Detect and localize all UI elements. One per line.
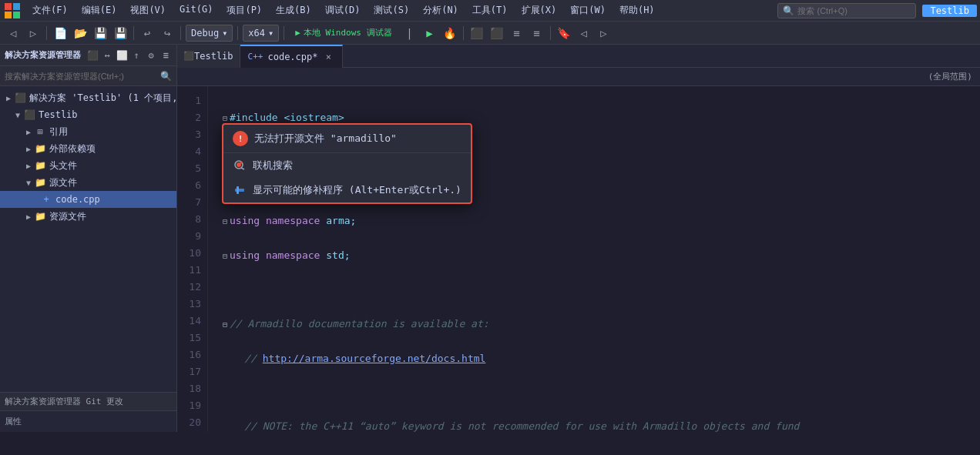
- tree-arrow-solution: ▶: [3, 92, 14, 103]
- debug-run-button[interactable]: ▶: [421, 25, 438, 42]
- save-button[interactable]: 💾: [92, 25, 109, 42]
- svg-line-9: [241, 168, 244, 169]
- properties-title: 属性: [5, 416, 22, 427]
- menu-file[interactable]: 文件(F): [26, 2, 74, 18]
- collapse-7: ⊟: [220, 316, 230, 333]
- project-indicator-icon: ⬛: [183, 51, 194, 61]
- svg-rect-0: [5, 3, 12, 10]
- new-file-button[interactable]: 📄: [52, 25, 69, 42]
- collapse-5[interactable]: ⊟: [220, 248, 230, 265]
- chevron-down-icon: ▾: [222, 28, 227, 38]
- forward-button[interactable]: ▷: [25, 25, 42, 42]
- menu-analyze[interactable]: 分析(N): [417, 2, 465, 18]
- layout-btn-1[interactable]: ⬛: [468, 25, 485, 42]
- error-text: 无法打开源文件 "armadillo": [254, 132, 397, 146]
- back-button[interactable]: ◁: [5, 25, 22, 42]
- menu-view[interactable]: 视图(V): [124, 2, 172, 18]
- online-search-item[interactable]: 联机搜索: [223, 153, 471, 178]
- sidebar-icon-2[interactable]: ↔: [101, 49, 113, 62]
- sidebar-search[interactable]: 🔍: [0, 66, 176, 86]
- code-cpp-label: code.cpp: [55, 194, 100, 205]
- ext-deps-icon: 📁: [34, 142, 46, 155]
- menu-extensions[interactable]: 扩展(X): [515, 2, 563, 18]
- tree-arrow-project: ▼: [12, 109, 23, 120]
- fix-label: 显示可能的修补程序 (Alt+Enter或Ctrl+.): [253, 183, 461, 197]
- sidebar-icon-1[interactable]: ⬛: [86, 49, 99, 62]
- save-all-button[interactable]: 💾: [112, 25, 129, 42]
- toolbar-separator-6: [463, 26, 464, 40]
- toolbar-separator-4: [237, 26, 238, 40]
- menu-build[interactable]: 生成(B): [270, 2, 317, 18]
- menu-window[interactable]: 窗口(W): [564, 2, 612, 18]
- chevron-down-icon-2: ▾: [268, 28, 274, 38]
- tree-arrow-refs: ▶: [23, 126, 34, 137]
- menu-git[interactable]: Git(G): [173, 2, 219, 18]
- stop-button[interactable]: 🔥: [441, 25, 458, 42]
- svg-rect-3: [13, 12, 20, 18]
- project-icon: ⬛: [23, 109, 35, 121]
- toolbar: ◁ ▷ 📄 📂 💾 💾 ↩ ↪ Debug ▾ x64 ▾ ▶ 本地 Windo…: [0, 22, 980, 45]
- menu-test[interactable]: 测试(S): [368, 2, 415, 18]
- tab-label: code.cpp*: [267, 52, 317, 62]
- menu-bar: 文件(F) 编辑(E) 视图(V) Git(G) 项目(P) 生成(B) 调试(…: [0, 0, 980, 22]
- svg-rect-2: [5, 12, 12, 18]
- breadcrumb-bar: (全局范围): [177, 68, 980, 86]
- code-editor: 1 2 3 4 5 6 7 8 9 10 11 12 13 14 15 16 1…: [177, 86, 980, 432]
- project-indicator: ⬛ Testlib: [177, 45, 240, 68]
- resource-files-icon: 📁: [34, 210, 46, 222]
- tree-solution[interactable]: ▶ ⬛ 解决方案 'Testlib' (1 个项目, 共 1 个): [0, 89, 176, 106]
- bookmark-button[interactable]: 🔖: [555, 25, 572, 42]
- sidebar-tree: ▶ ⬛ 解决方案 'Testlib' (1 个项目, 共 1 个) ▼ ⬛ Te…: [0, 86, 176, 392]
- debug-config-dropdown[interactable]: Debug ▾: [186, 25, 233, 42]
- layout-btn-2[interactable]: ⬛: [488, 25, 505, 42]
- open-button[interactable]: 📂: [72, 25, 89, 42]
- sidebar: 解决方案资源管理器 ⬛ ↔ ⬜ ↑ ⚙ ≡ 🔍 ▶ ⬛ 解决方案 'Testli…: [0, 45, 177, 432]
- tree-source-files[interactable]: ▼ 📁 源文件: [0, 174, 176, 191]
- svg-text:!: !: [238, 134, 243, 144]
- tree-resource-files[interactable]: ▶ 📁 资源文件: [0, 208, 176, 225]
- arch-dropdown[interactable]: x64 ▾: [243, 25, 279, 42]
- search-input[interactable]: [797, 6, 890, 15]
- svg-rect-1: [13, 3, 20, 10]
- run-button[interactable]: ▶ 本地 Windows 调试器: [289, 25, 398, 40]
- sidebar-icon-5[interactable]: ⚙: [145, 49, 157, 62]
- sidebar-icon-4[interactable]: ↑: [130, 49, 143, 62]
- search-icon-sidebar: 🔍: [160, 71, 172, 82]
- profile-button[interactable]: Testlib: [922, 5, 977, 17]
- undo-button[interactable]: ↩: [139, 25, 156, 42]
- tree-code-cpp[interactable]: + code.cpp: [0, 191, 176, 208]
- solution-label: 解决方案 'Testlib' (1 个项目, 共 1 个): [29, 92, 176, 105]
- sidebar-search-input[interactable]: [5, 72, 160, 81]
- menu-tools[interactable]: 工具(T): [466, 2, 514, 18]
- tab-close-button[interactable]: ×: [322, 51, 334, 63]
- menu-edit[interactable]: 编辑(E): [76, 2, 123, 18]
- nav-btn-2[interactable]: ▷: [596, 25, 612, 42]
- layout-btn-4[interactable]: ≡: [529, 25, 545, 42]
- menu-help[interactable]: 帮助(H): [613, 2, 661, 18]
- tree-headers[interactable]: ▶ 📁 头文件: [0, 157, 176, 174]
- collapse-4[interactable]: ⊟: [220, 213, 230, 230]
- tab-bar: ⬛ Testlib C++ code.cpp* ×: [177, 45, 980, 68]
- tree-project[interactable]: ▼ ⬛ Testlib: [0, 106, 176, 123]
- play-icon: ▶: [295, 28, 300, 38]
- redo-button[interactable]: ↪: [159, 25, 176, 42]
- nav-btn-1[interactable]: ◁: [576, 25, 592, 42]
- layout-btn-3[interactable]: ≡: [508, 25, 525, 42]
- fix-item[interactable]: 显示可能的修补程序 (Alt+Enter或Ctrl+.): [223, 178, 471, 202]
- error-popup: ! 无法打开源文件 "armadillo" 联机搜索: [222, 123, 472, 204]
- tab-code-cpp[interactable]: C++ code.cpp* ×: [240, 45, 344, 68]
- menu-project[interactable]: 项目(P): [220, 2, 268, 18]
- sidebar-icon-3[interactable]: ⬜: [116, 49, 128, 62]
- menu-search-box[interactable]: 🔍: [777, 3, 916, 18]
- tree-arrow-ext: ▶: [23, 143, 34, 154]
- solution-icon: ⬛: [14, 92, 26, 104]
- menu-debug[interactable]: 调试(D): [319, 2, 367, 18]
- source-files-label: 源文件: [49, 176, 77, 189]
- tree-ext-deps[interactable]: ▶ 📁 外部依赖项: [0, 140, 176, 157]
- resource-files-label: 资源文件: [49, 210, 86, 223]
- menu-items: 文件(F) 编辑(E) 视图(V) Git(G) 项目(P) 生成(B) 调试(…: [26, 2, 661, 18]
- sidebar-footer: 解决方案资源管理器 Git 更改: [0, 392, 176, 410]
- tree-references[interactable]: ▶ ⊞ 引用: [0, 123, 176, 140]
- sidebar-icon-6[interactable]: ≡: [159, 49, 172, 62]
- search-web-icon: [233, 159, 247, 172]
